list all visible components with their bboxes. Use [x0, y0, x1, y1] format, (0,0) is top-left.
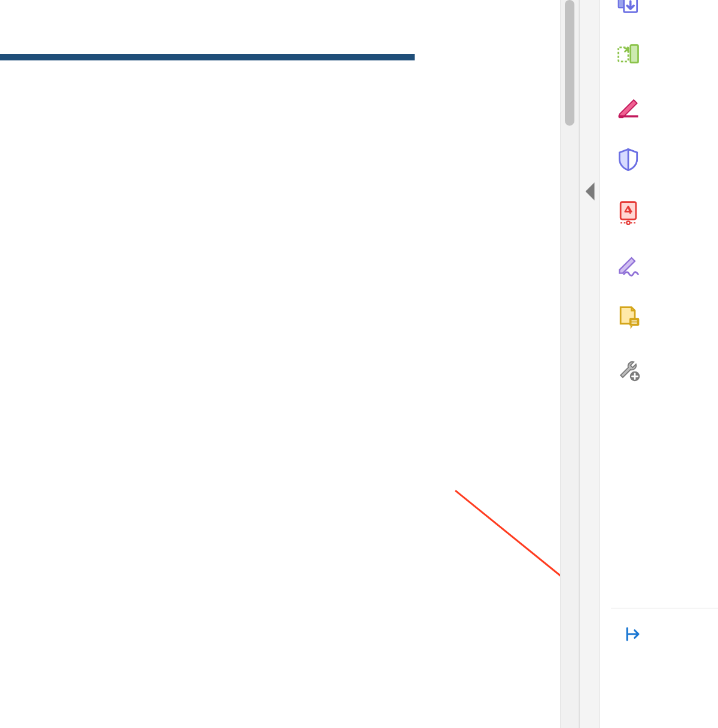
shield-icon: [615, 146, 641, 175]
svg-rect-5: [631, 45, 638, 62]
expand-right-icon: [623, 625, 641, 645]
expand-sidebar-button[interactable]: [619, 622, 646, 648]
svg-point-8: [626, 221, 630, 225]
document-content[interactable]: [0, 0, 560, 728]
vertical-scrollbar-track[interactable]: [560, 0, 579, 728]
send-comments-icon: [615, 304, 641, 333]
tool-protect[interactable]: [613, 134, 643, 187]
collapse-sidebar-handle[interactable]: [585, 182, 594, 200]
more-tools-icon: [615, 357, 641, 385]
tool-more-tools[interactable]: [613, 345, 643, 397]
svg-rect-6: [619, 115, 638, 118]
content-horizontal-rule: [0, 54, 415, 60]
edit-pdf-icon: [615, 93, 641, 122]
tool-fill-sign[interactable]: [613, 239, 643, 292]
pane-gutter: [579, 0, 600, 728]
tool-organize-pages[interactable]: [613, 29, 643, 81]
tool-export-pdf[interactable]: [613, 0, 643, 29]
svg-rect-7: [620, 202, 636, 220]
svg-rect-11: [629, 318, 640, 326]
vertical-scrollbar-thumb[interactable]: [565, 0, 574, 126]
tool-sidebar: [600, 0, 718, 728]
export-pdf-icon: [615, 0, 641, 17]
fill-sign-icon: [615, 251, 641, 280]
adobe-sign-icon: [615, 199, 641, 227]
tool-send-comments[interactable]: [613, 292, 643, 345]
tool-adobe-sign[interactable]: [613, 187, 643, 239]
tool-edit-pdf[interactable]: [613, 81, 643, 134]
organize-pages-icon: [615, 41, 641, 69]
sidebar-divider: [611, 608, 718, 608]
